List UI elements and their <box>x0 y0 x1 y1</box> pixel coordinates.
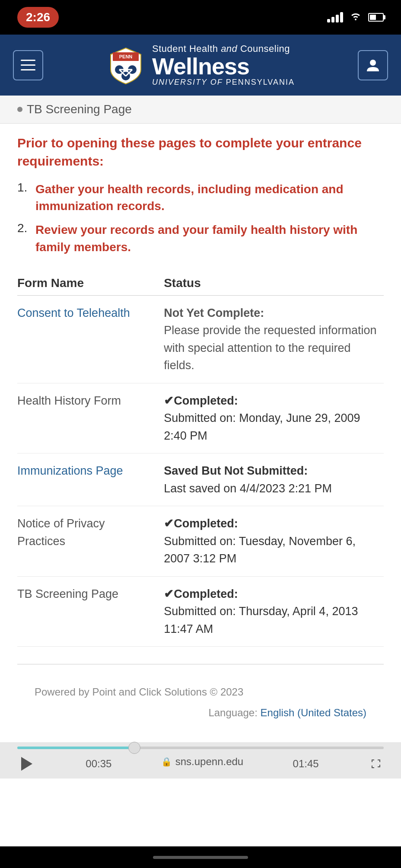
penn-shield-logo: PENN <box>106 46 145 85</box>
play-button[interactable] <box>17 754 36 773</box>
lock-icon: 🔒 <box>161 756 172 767</box>
svg-text:PENN: PENN <box>119 54 133 59</box>
home-bar <box>153 856 248 859</box>
form-name-text: Notice of Privacy Practices <box>17 517 105 548</box>
form-name-link[interactable]: Consent to Telehealth <box>17 306 130 319</box>
screen: PENN Student Health and Counseling Welln… <box>0 35 401 846</box>
list-text-1: Gather your health records, including me… <box>35 181 384 214</box>
table-row: Consent to TelehealthNot Yet Complete:Pl… <box>17 295 384 383</box>
col-header-status: Status <box>164 271 384 296</box>
main-content: Prior to opening these pages to complete… <box>0 124 401 742</box>
status-icons <box>327 11 384 24</box>
home-indicator <box>0 846 401 868</box>
list-item: 2. Review your records and your family h… <box>17 221 384 255</box>
progress-bar[interactable] <box>17 747 384 749</box>
table-row: Health History Form✔Completed:Submitted … <box>17 383 384 453</box>
table-row: Immunizations PageSaved But Not Submitte… <box>17 453 384 506</box>
url-bar: 🔒 sns.upenn.edu <box>161 756 243 772</box>
form-status: Not Yet Complete:Please provide the requ… <box>164 295 384 383</box>
profile-button[interactable] <box>358 50 388 80</box>
list-item: 1. Gather your health records, including… <box>17 181 384 214</box>
url-text: sns.upenn.edu <box>175 756 243 768</box>
list-number-2: 2. <box>17 221 30 255</box>
table-row: TB Screening Page✔Completed:Submitted on… <box>17 576 384 647</box>
logo-main-name: Wellness <box>152 54 295 78</box>
video-controls: 00:35 🔒 sns.upenn.edu 01:45 <box>17 754 384 779</box>
footer-language: Language: English (United States) <box>35 707 366 719</box>
form-status: ✔Completed:Submitted on: Monday, June 29… <box>164 383 384 453</box>
profile-icon <box>365 57 381 73</box>
battery-icon <box>368 13 384 22</box>
app-header: PENN Student Health and Counseling Welln… <box>0 35 401 96</box>
svg-point-8 <box>370 60 376 66</box>
footer-powered-by: Powered by Point and Click Solutions © 2… <box>35 686 366 698</box>
form-status: Saved But Not Submitted:Last saved on 4/… <box>164 453 384 506</box>
fullscreen-icon <box>370 758 382 770</box>
table-row: Notice of Privacy Practices✔Completed:Su… <box>17 506 384 577</box>
video-bar: 00:35 🔒 sns.upenn.edu 01:45 <box>0 742 401 779</box>
list-number-1: 1. <box>17 181 30 214</box>
wifi-icon <box>349 11 362 24</box>
footer: Powered by Point and Click Solutions © 2… <box>17 677 384 732</box>
breadcrumb: TB Screening Page <box>0 96 401 124</box>
status-bar: 2:26 <box>0 0 401 35</box>
divider <box>17 664 384 664</box>
form-status: ✔Completed:Submitted on: Thursday, April… <box>164 576 384 647</box>
instructions-list: 1. Gather your health records, including… <box>17 181 384 255</box>
phone-frame: 2:26 <box>0 0 401 868</box>
status-time: 2:26 <box>17 7 59 28</box>
fullscreen-button[interactable] <box>368 756 384 772</box>
form-name-link[interactable]: Immunizations Page <box>17 464 123 477</box>
logo-sub-line: University of Pennsylvania <box>152 78 295 87</box>
progress-fill <box>17 747 134 749</box>
list-text-2: Review your records and your family heal… <box>35 221 384 255</box>
time-current: 00:35 <box>86 758 111 770</box>
logo-area: PENN Student Health and Counseling Welln… <box>106 43 295 87</box>
language-link[interactable]: English (United States) <box>261 707 366 718</box>
forms-table: Form Name Status Consent to TelehealthNo… <box>17 271 384 647</box>
form-name-text: TB Screening Page <box>17 587 118 600</box>
menu-button[interactable] <box>13 50 43 80</box>
play-icon <box>21 757 32 771</box>
signal-bars-icon <box>327 12 343 22</box>
instructions-header: Prior to opening these pages to complete… <box>17 134 384 170</box>
time-total: 01:45 <box>293 758 319 770</box>
logo-text: Student Health and Counseling Wellness U… <box>152 43 295 87</box>
progress-thumb[interactable] <box>128 742 140 754</box>
form-name-text: Health History Form <box>17 394 121 407</box>
breadcrumb-dot <box>17 107 22 112</box>
form-status: ✔Completed:Submitted on: Tuesday, Novemb… <box>164 506 384 577</box>
language-label: Language: <box>208 707 257 718</box>
breadcrumb-text: TB Screening Page <box>27 102 132 116</box>
col-header-form-name: Form Name <box>17 271 164 296</box>
